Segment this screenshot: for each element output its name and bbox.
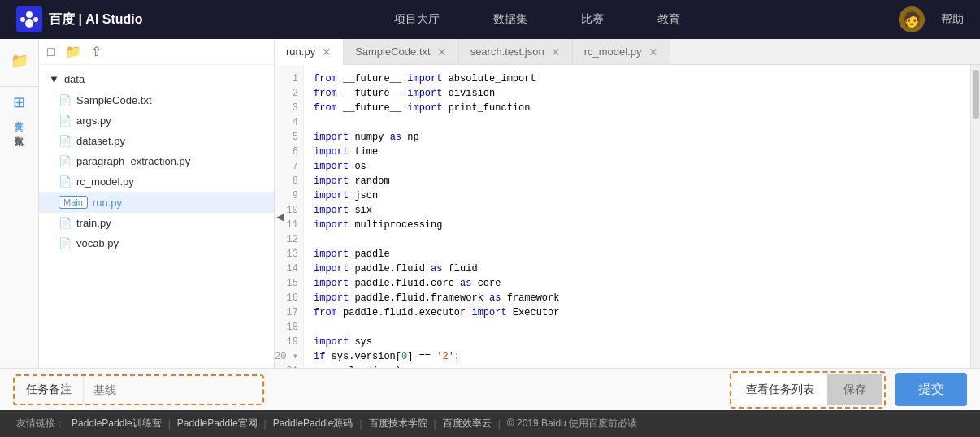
sidebar-label-files: 文件夹 [13, 114, 25, 116]
tab-runpy[interactable]: run.py ✕ [275, 39, 344, 65]
file-list: ▼ data 📄 SampleCode.txt 📄 args.py 📄 data… [39, 65, 274, 368]
sidebar-item-file-manager[interactable]: ⊞ 文件夹 [10, 87, 28, 123]
folder-data[interactable]: ▼ data [39, 68, 274, 90]
list-item[interactable]: 📄 train.py [39, 213, 274, 233]
file-name: paragraph_extraction.py [76, 155, 190, 167]
file-name: train.py [76, 217, 111, 229]
svg-point-2 [33, 17, 38, 22]
file-icon: 📄 [59, 175, 72, 188]
line-number: 3 [275, 101, 303, 115]
close-icon[interactable]: ✕ [648, 46, 658, 58]
line-number: 13 [275, 247, 303, 262]
line-number: 17 [275, 305, 303, 320]
task-note-label: 任务备注 [15, 376, 84, 404]
close-icon[interactable]: ✕ [322, 46, 332, 58]
file-name: args.py [76, 115, 111, 127]
tab-samplecode[interactable]: SampleCode.txt ✕ [344, 39, 459, 64]
file-icon: 📄 [59, 94, 72, 106]
main-badge: Main [59, 196, 88, 209]
file-icon: 📄 [59, 217, 72, 229]
tab-label: search.test.json [470, 45, 544, 58]
nav-projects[interactable]: 项目大厅 [388, 9, 446, 30]
line-number: 12 [275, 232, 303, 247]
code-editor: ◀ 1 2 3 4 5 6 7 8 9 10 11 12 13 14 15 16… [275, 65, 980, 368]
list-item[interactable]: 📄 paragraph_extraction.py [39, 151, 274, 171]
list-item[interactable]: 📄 rc_model.py [39, 171, 274, 192]
sidebar-item-files[interactable]: 📁 [7, 45, 32, 76]
file-icon: 📄 [59, 237, 72, 249]
tab-label: SampleCode.txt [355, 45, 431, 58]
scrollbar-thumb[interactable] [973, 70, 979, 119]
line-number: 9 [275, 188, 303, 203]
file-icon: 📄 [59, 115, 72, 127]
folder-icon: 📁 [11, 52, 28, 70]
upload-btn[interactable]: ⇧ [91, 44, 102, 59]
svg-point-3 [25, 19, 33, 28]
tab-rcmodel[interactable]: rc_model.py ✕ [573, 39, 670, 64]
file-name-run: run.py [93, 197, 122, 209]
editor-area: run.py ✕ SampleCode.txt ✕ search.test.js… [275, 39, 980, 368]
nav-right: 🧑 帮助 [899, 6, 964, 32]
nav-education[interactable]: 教育 [651, 9, 687, 30]
file-name: vocab.py [76, 237, 119, 249]
file-icon: 📄 [59, 155, 72, 167]
close-icon[interactable]: ✕ [437, 46, 447, 58]
tab-label: run.py [286, 45, 315, 58]
close-icon[interactable]: ✕ [551, 46, 561, 58]
nav-help[interactable]: 帮助 [941, 12, 964, 27]
list-item[interactable]: 📄 SampleCode.txt [39, 90, 274, 110]
new-folder-btn[interactable]: 📁 [65, 44, 81, 59]
file-name: dataset.py [76, 135, 125, 147]
footer-copyright: © 2019 Baidu 使用百度前必读 [507, 417, 637, 431]
footer-prefix: 友情链接： [16, 417, 65, 431]
list-item[interactable]: 📄 args.py [39, 110, 274, 131]
footer-link-paddlesource[interactable]: PaddlePaddle源码 [273, 417, 353, 431]
code-content[interactable]: from __future__ import absolute_import f… [304, 65, 970, 368]
save-button[interactable]: 保存 [827, 374, 882, 405]
tab-search-json[interactable]: search.test.json ✕ [459, 39, 573, 64]
baidu-icon [16, 6, 42, 32]
files-icon: ⊞ [13, 93, 25, 111]
nav-datasets[interactable]: 数据集 [487, 9, 534, 30]
vertical-sidebar: 📁 ⊞ 文件夹 数据集 [0, 39, 39, 368]
line-number: 18 [275, 320, 303, 335]
task-note-input[interactable] [84, 377, 262, 403]
list-item[interactable]: 📄 dataset.py [39, 131, 274, 151]
line-number: 14 [275, 262, 303, 276]
footer-link-techacademy[interactable]: 百度技术学院 [369, 417, 427, 431]
tab-label: rc_model.py [584, 45, 642, 58]
list-item-runpy[interactable]: Main run.py [39, 192, 274, 213]
footer-link-paddleofficial[interactable]: PaddlePaddle官网 [177, 417, 258, 431]
footer: 友情链接： PaddlePaddle训练营 | PaddlePaddle官网 |… [0, 410, 980, 437]
view-tasks-button[interactable]: 查看任务列表 [733, 376, 827, 404]
fold-arrow[interactable]: ◀ [276, 211, 284, 223]
nav-menu: 项目大厅 数据集 比赛 教育 [176, 9, 899, 30]
bottom-bar: 任务备注 查看任务列表 保存 提交 [0, 368, 980, 410]
task-note-area: 任务备注 [13, 374, 264, 405]
list-item[interactable]: 📄 vocab.py [39, 233, 274, 253]
editor-tabs: run.py ✕ SampleCode.txt ✕ search.test.js… [275, 39, 980, 65]
avatar[interactable]: 🧑 [899, 6, 925, 32]
main-area: 📁 ⊞ 文件夹 数据集 □ 📁 ⇧ ▼ data 📄 SampleCode.tx… [0, 39, 980, 368]
sidebar-label-datasets: 数据集 [13, 129, 25, 132]
line-number: 7 [275, 159, 303, 174]
line-number: 16 [275, 291, 303, 305]
line-number: 8 [275, 174, 303, 188]
line-number: 2 [275, 86, 303, 101]
line-number: 5 [275, 130, 303, 145]
nav-competition[interactable]: 比赛 [575, 9, 610, 30]
file-toolbar: □ 📁 ⇧ [39, 39, 274, 65]
new-file-btn[interactable]: □ [47, 45, 55, 59]
file-name: rc_model.py [76, 175, 134, 188]
chevron-down-icon: ▼ [49, 73, 59, 85]
svg-point-0 [26, 11, 33, 18]
line-number: 6 [275, 145, 303, 159]
file-panel: □ 📁 ⇧ ▼ data 📄 SampleCode.txt 📄 args.py … [39, 39, 275, 368]
line-number: 15 [275, 276, 303, 291]
footer-link-efficiency[interactable]: 百度效率云 [443, 417, 492, 431]
footer-link-paddlecamp[interactable]: PaddlePaddle训练营 [72, 417, 162, 431]
sidebar-item-datasets[interactable]: 数据集 [10, 123, 28, 138]
vertical-scrollbar[interactable] [970, 65, 980, 368]
submit-button[interactable]: 提交 [895, 373, 967, 406]
svg-point-1 [20, 17, 25, 22]
